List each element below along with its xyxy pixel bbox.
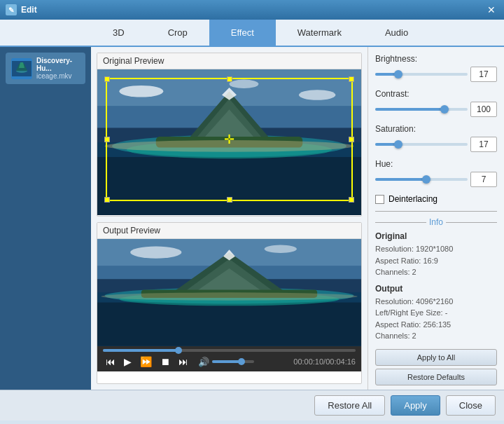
hue-thumb[interactable] [422,175,430,184]
saturation-control: Saturation: [375,124,497,152]
svg-point-19 [104,140,354,152]
info-output-eye-size: Left/Right Eye Size: - [375,307,497,319]
brightness-control: Brightness: [375,54,497,82]
hue-slider-row [375,172,497,187]
contrast-slider-row [375,102,497,117]
sidebar-file-item[interactable]: Discovery-Hu... iceage.mkv [6,53,85,84]
info-title: Info [375,217,497,227]
info-output-label: Output [375,284,497,294]
sidebar: Discovery-Hu... iceage.mkv [0,47,91,390]
volume-icon: 🔊 [198,357,209,367]
sidebar-item-filename: iceage.mkv [36,72,80,80]
info-output-aspect: Aspect Ratio: 256:135 [375,319,497,331]
preview-area: Original Preview [91,47,368,390]
contrast-control: Contrast: [375,89,497,117]
brightness-thumb[interactable] [394,70,402,78]
svg-point-34 [101,293,358,301]
seek-progress [103,349,178,352]
output-preview-section: Output Preview [97,222,362,384]
close-button[interactable]: Close [446,395,496,416]
brightness-track[interactable] [375,73,468,76]
tab-bar: 3D Crop Effect Watermark Audio [0,20,504,47]
contrast-input[interactable] [470,102,497,117]
hue-fill [375,178,426,181]
original-preview-section: Original Preview [97,53,362,217]
restore-all-button[interactable]: Restore All [314,395,385,416]
play-button[interactable]: ▶ [121,355,134,369]
svg-rect-11 [97,157,361,215]
original-preview-video: ✛ [97,69,361,215]
volume-container: 🔊 [198,357,254,367]
time-display: 00:00:10/00:04:16 [293,357,356,366]
svg-point-8 [230,80,259,89]
info-section: Info Original Resolution: 1920*1080 Aspe… [375,211,497,342]
seek-bar-container[interactable] [103,349,356,352]
window-close-button[interactable]: ✕ [484,3,498,17]
time-current: 00:00:10 [293,357,323,366]
info-output-channels: Channels: 2 [375,330,497,342]
main-content: Discovery-Hu... iceage.mkv Original Prev… [0,47,504,390]
saturation-track[interactable] [375,143,468,146]
deinterlacing-row: Deinterlacing [375,194,497,204]
seek-thumb[interactable] [175,347,182,354]
skip-forward-button[interactable]: ⏭ [176,355,191,369]
brightness-input[interactable] [470,67,497,82]
tab-crop[interactable]: Crop [146,20,209,46]
hue-control: Hue: [375,159,497,187]
tab-watermark[interactable]: Watermark [276,20,363,46]
restore-defaults-button[interactable]: Restore Defaults [375,369,497,385]
tab-audio[interactable]: Audio [363,20,430,46]
info-original-resolution: Resolution: 1920*1080 [375,243,497,255]
hue-label: Hue: [375,159,497,169]
app-icon: ✎ [6,4,17,15]
controls-row: ⏮ ▶ ⏩ ⏹ ⏭ 🔊 00:00:10/00:04:16 [103,355,356,369]
right-panel-buttons: Apply to All Restore Defaults [375,349,497,385]
stop-button[interactable]: ⏹ [158,355,173,369]
sidebar-item-name: Discovery-Hu... [36,57,80,72]
title-bar: ✎ Edit ✕ [0,0,504,20]
apply-to-all-button[interactable]: Apply to All [375,349,497,366]
file-thumbnail [11,58,32,79]
svg-point-9 [299,90,335,100]
contrast-fill [375,108,444,111]
seek-bar[interactable] [103,349,356,352]
volume-fill [212,360,241,363]
output-preview-video [97,239,361,346]
fast-forward-button[interactable]: ⏩ [137,355,155,369]
deinterlacing-checkbox[interactable] [375,195,384,204]
sidebar-item-info: Discovery-Hu... iceage.mkv [36,57,80,80]
contrast-thumb[interactable] [440,105,449,114]
tab-effect[interactable]: Effect [209,20,276,46]
output-preview-label: Output Preview [97,223,361,239]
info-original-channels: Channels: 2 [375,266,497,278]
brightness-label: Brightness: [375,54,497,64]
hue-track[interactable] [375,178,468,181]
contrast-track[interactable] [375,108,468,111]
svg-point-23 [130,247,181,259]
saturation-slider-row [375,137,497,152]
output-video-placeholder [97,239,361,346]
skip-back-button[interactable]: ⏮ [103,355,118,369]
tab-3d[interactable]: 3D [91,20,146,46]
deinterlacing-label: Deinterlacing [388,194,438,204]
info-original-label: Original [375,231,497,241]
info-original-aspect: Aspect Ratio: 16:9 [375,255,497,267]
saturation-thumb[interactable] [394,140,402,149]
player-controls: ⏮ ▶ ⏩ ⏹ ⏭ 🔊 00:00:10/00:04:16 [97,346,361,371]
svg-point-24 [265,245,297,253]
time-total: 00:04:16 [326,357,356,366]
info-original: Original Resolution: 1920*1080 Aspect Ra… [375,231,497,278]
hue-input[interactable] [470,172,497,187]
bottom-bar: Restore All Apply Close [0,390,504,420]
volume-thumb[interactable] [238,358,245,365]
saturation-label: Saturation: [375,124,497,134]
saturation-input[interactable] [470,137,497,152]
info-output-resolution: Resolution: 4096*2160 [375,296,497,308]
info-output: Output Resolution: 4096*2160 Left/Right … [375,284,497,342]
original-preview-label: Original Preview [97,53,361,69]
apply-button[interactable]: Apply [391,395,440,416]
svg-rect-26 [97,303,361,346]
original-video-placeholder: ✛ [97,69,361,215]
volume-bar[interactable] [212,360,254,363]
contrast-label: Contrast: [375,89,497,99]
